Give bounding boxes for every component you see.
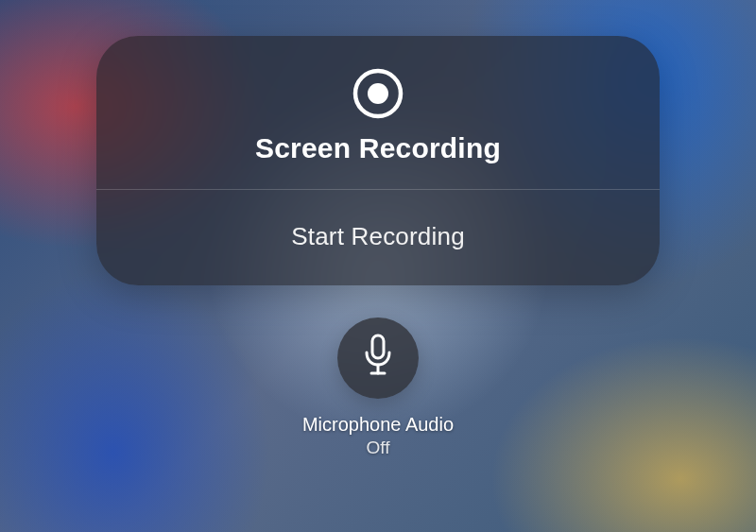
screen-recording-title: Screen Recording (255, 132, 501, 164)
screen-recording-panel: Screen Recording Start Recording (96, 36, 660, 285)
screen-recording-header: Screen Recording (96, 36, 660, 189)
svg-rect-2 (372, 335, 384, 358)
microphone-toggle-button[interactable] (337, 317, 419, 399)
microphone-label: Microphone Audio (302, 414, 454, 436)
start-recording-label: Start Recording (291, 222, 465, 250)
svg-point-1 (368, 83, 388, 104)
record-icon (352, 68, 404, 119)
microphone-icon (361, 334, 395, 383)
microphone-section: Microphone Audio Off (302, 317, 454, 458)
start-recording-button[interactable]: Start Recording (96, 190, 660, 285)
microphone-status: Off (366, 438, 389, 458)
